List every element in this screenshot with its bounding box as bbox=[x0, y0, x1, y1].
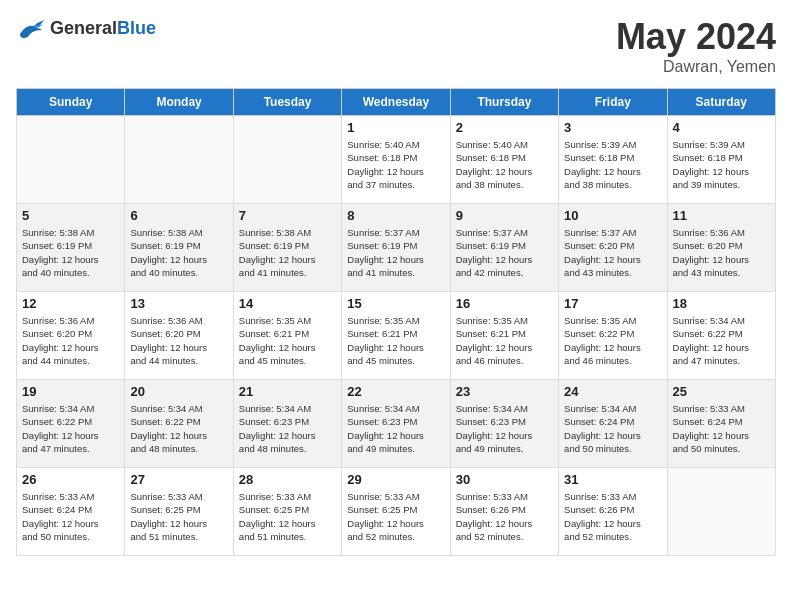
calendar-cell: 31Sunrise: 5:33 AM Sunset: 6:26 PM Dayli… bbox=[559, 468, 667, 556]
calendar-cell: 18Sunrise: 5:34 AM Sunset: 6:22 PM Dayli… bbox=[667, 292, 775, 380]
day-info: Sunrise: 5:33 AM Sunset: 6:25 PM Dayligh… bbox=[347, 490, 444, 543]
day-number: 31 bbox=[564, 472, 661, 487]
day-info: Sunrise: 5:36 AM Sunset: 6:20 PM Dayligh… bbox=[130, 314, 227, 367]
calendar-cell: 6Sunrise: 5:38 AM Sunset: 6:19 PM Daylig… bbox=[125, 204, 233, 292]
day-number: 15 bbox=[347, 296, 444, 311]
day-number: 3 bbox=[564, 120, 661, 135]
day-number: 11 bbox=[673, 208, 770, 223]
calendar-week-row: 1Sunrise: 5:40 AM Sunset: 6:18 PM Daylig… bbox=[17, 116, 776, 204]
calendar-cell: 14Sunrise: 5:35 AM Sunset: 6:21 PM Dayli… bbox=[233, 292, 341, 380]
logo-blue: Blue bbox=[117, 18, 156, 38]
calendar-cell: 30Sunrise: 5:33 AM Sunset: 6:26 PM Dayli… bbox=[450, 468, 558, 556]
day-number: 1 bbox=[347, 120, 444, 135]
calendar-week-row: 26Sunrise: 5:33 AM Sunset: 6:24 PM Dayli… bbox=[17, 468, 776, 556]
header-day: Saturday bbox=[667, 89, 775, 116]
day-info: Sunrise: 5:37 AM Sunset: 6:19 PM Dayligh… bbox=[347, 226, 444, 279]
header-day: Monday bbox=[125, 89, 233, 116]
day-info: Sunrise: 5:36 AM Sunset: 6:20 PM Dayligh… bbox=[673, 226, 770, 279]
day-number: 19 bbox=[22, 384, 119, 399]
day-number: 16 bbox=[456, 296, 553, 311]
day-info: Sunrise: 5:34 AM Sunset: 6:22 PM Dayligh… bbox=[673, 314, 770, 367]
header-day: Wednesday bbox=[342, 89, 450, 116]
day-info: Sunrise: 5:34 AM Sunset: 6:22 PM Dayligh… bbox=[22, 402, 119, 455]
day-number: 6 bbox=[130, 208, 227, 223]
calendar-cell: 11Sunrise: 5:36 AM Sunset: 6:20 PM Dayli… bbox=[667, 204, 775, 292]
month-year: May 2024 bbox=[616, 16, 776, 58]
calendar-week-row: 12Sunrise: 5:36 AM Sunset: 6:20 PM Dayli… bbox=[17, 292, 776, 380]
day-info: Sunrise: 5:34 AM Sunset: 6:23 PM Dayligh… bbox=[347, 402, 444, 455]
calendar-cell: 16Sunrise: 5:35 AM Sunset: 6:21 PM Dayli… bbox=[450, 292, 558, 380]
header-day: Thursday bbox=[450, 89, 558, 116]
calendar-cell: 22Sunrise: 5:34 AM Sunset: 6:23 PM Dayli… bbox=[342, 380, 450, 468]
day-info: Sunrise: 5:33 AM Sunset: 6:25 PM Dayligh… bbox=[239, 490, 336, 543]
calendar-cell: 10Sunrise: 5:37 AM Sunset: 6:20 PM Dayli… bbox=[559, 204, 667, 292]
day-number: 8 bbox=[347, 208, 444, 223]
calendar-cell: 28Sunrise: 5:33 AM Sunset: 6:25 PM Dayli… bbox=[233, 468, 341, 556]
day-number: 2 bbox=[456, 120, 553, 135]
day-info: Sunrise: 5:35 AM Sunset: 6:21 PM Dayligh… bbox=[456, 314, 553, 367]
day-info: Sunrise: 5:35 AM Sunset: 6:22 PM Dayligh… bbox=[564, 314, 661, 367]
calendar-cell: 3Sunrise: 5:39 AM Sunset: 6:18 PM Daylig… bbox=[559, 116, 667, 204]
calendar-cell: 5Sunrise: 5:38 AM Sunset: 6:19 PM Daylig… bbox=[17, 204, 125, 292]
day-info: Sunrise: 5:33 AM Sunset: 6:25 PM Dayligh… bbox=[130, 490, 227, 543]
day-number: 29 bbox=[347, 472, 444, 487]
calendar-cell: 15Sunrise: 5:35 AM Sunset: 6:21 PM Dayli… bbox=[342, 292, 450, 380]
calendar-week-row: 5Sunrise: 5:38 AM Sunset: 6:19 PM Daylig… bbox=[17, 204, 776, 292]
calendar-cell bbox=[125, 116, 233, 204]
day-number: 14 bbox=[239, 296, 336, 311]
day-info: Sunrise: 5:34 AM Sunset: 6:24 PM Dayligh… bbox=[564, 402, 661, 455]
day-info: Sunrise: 5:40 AM Sunset: 6:18 PM Dayligh… bbox=[456, 138, 553, 191]
day-info: Sunrise: 5:37 AM Sunset: 6:19 PM Dayligh… bbox=[456, 226, 553, 279]
day-number: 10 bbox=[564, 208, 661, 223]
day-number: 23 bbox=[456, 384, 553, 399]
calendar-cell: 2Sunrise: 5:40 AM Sunset: 6:18 PM Daylig… bbox=[450, 116, 558, 204]
logo-icon bbox=[16, 16, 46, 40]
day-number: 26 bbox=[22, 472, 119, 487]
day-info: Sunrise: 5:35 AM Sunset: 6:21 PM Dayligh… bbox=[239, 314, 336, 367]
day-info: Sunrise: 5:34 AM Sunset: 6:23 PM Dayligh… bbox=[456, 402, 553, 455]
day-number: 28 bbox=[239, 472, 336, 487]
calendar-cell bbox=[233, 116, 341, 204]
calendar-cell: 9Sunrise: 5:37 AM Sunset: 6:19 PM Daylig… bbox=[450, 204, 558, 292]
day-number: 12 bbox=[22, 296, 119, 311]
day-number: 4 bbox=[673, 120, 770, 135]
day-number: 24 bbox=[564, 384, 661, 399]
day-info: Sunrise: 5:34 AM Sunset: 6:23 PM Dayligh… bbox=[239, 402, 336, 455]
day-number: 20 bbox=[130, 384, 227, 399]
header-day: Friday bbox=[559, 89, 667, 116]
day-number: 7 bbox=[239, 208, 336, 223]
day-number: 17 bbox=[564, 296, 661, 311]
header-day: Tuesday bbox=[233, 89, 341, 116]
day-info: Sunrise: 5:37 AM Sunset: 6:20 PM Dayligh… bbox=[564, 226, 661, 279]
day-number: 13 bbox=[130, 296, 227, 311]
title-block: May 2024 Dawran, Yemen bbox=[616, 16, 776, 76]
calendar-cell: 8Sunrise: 5:37 AM Sunset: 6:19 PM Daylig… bbox=[342, 204, 450, 292]
location: Dawran, Yemen bbox=[616, 58, 776, 76]
day-number: 9 bbox=[456, 208, 553, 223]
calendar-week-row: 19Sunrise: 5:34 AM Sunset: 6:22 PM Dayli… bbox=[17, 380, 776, 468]
day-number: 21 bbox=[239, 384, 336, 399]
day-info: Sunrise: 5:36 AM Sunset: 6:20 PM Dayligh… bbox=[22, 314, 119, 367]
header-row: SundayMondayTuesdayWednesdayThursdayFrid… bbox=[17, 89, 776, 116]
day-info: Sunrise: 5:38 AM Sunset: 6:19 PM Dayligh… bbox=[130, 226, 227, 279]
calendar-cell: 27Sunrise: 5:33 AM Sunset: 6:25 PM Dayli… bbox=[125, 468, 233, 556]
calendar-cell: 20Sunrise: 5:34 AM Sunset: 6:22 PM Dayli… bbox=[125, 380, 233, 468]
calendar-cell: 1Sunrise: 5:40 AM Sunset: 6:18 PM Daylig… bbox=[342, 116, 450, 204]
calendar-cell: 29Sunrise: 5:33 AM Sunset: 6:25 PM Dayli… bbox=[342, 468, 450, 556]
page-header: GeneralBlue May 2024 Dawran, Yemen bbox=[16, 16, 776, 76]
calendar-cell: 23Sunrise: 5:34 AM Sunset: 6:23 PM Dayli… bbox=[450, 380, 558, 468]
logo: GeneralBlue bbox=[16, 16, 156, 40]
day-info: Sunrise: 5:34 AM Sunset: 6:22 PM Dayligh… bbox=[130, 402, 227, 455]
day-info: Sunrise: 5:38 AM Sunset: 6:19 PM Dayligh… bbox=[22, 226, 119, 279]
calendar-cell: 19Sunrise: 5:34 AM Sunset: 6:22 PM Dayli… bbox=[17, 380, 125, 468]
day-number: 27 bbox=[130, 472, 227, 487]
header-day: Sunday bbox=[17, 89, 125, 116]
calendar-cell: 21Sunrise: 5:34 AM Sunset: 6:23 PM Dayli… bbox=[233, 380, 341, 468]
calendar-cell: 13Sunrise: 5:36 AM Sunset: 6:20 PM Dayli… bbox=[125, 292, 233, 380]
calendar-cell: 26Sunrise: 5:33 AM Sunset: 6:24 PM Dayli… bbox=[17, 468, 125, 556]
calendar-cell: 4Sunrise: 5:39 AM Sunset: 6:18 PM Daylig… bbox=[667, 116, 775, 204]
logo-general: General bbox=[50, 18, 117, 38]
calendar-cell: 7Sunrise: 5:38 AM Sunset: 6:19 PM Daylig… bbox=[233, 204, 341, 292]
day-number: 5 bbox=[22, 208, 119, 223]
calendar-cell bbox=[667, 468, 775, 556]
